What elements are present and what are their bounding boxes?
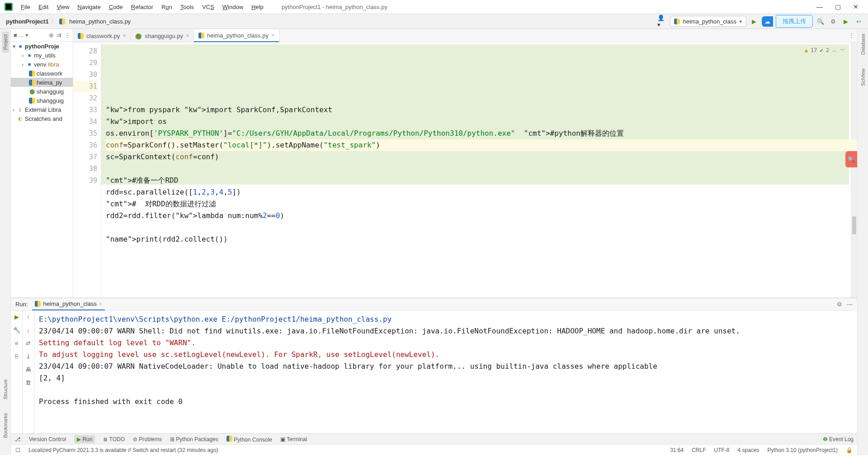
- editor-tabs: classwork.py× ⬤shangguigu.py× heima_pyth…: [73, 29, 857, 43]
- tab-python-console[interactable]: Python Console: [226, 436, 272, 443]
- close-button[interactable]: ✕: [852, 3, 860, 10]
- menu-file[interactable]: File: [17, 2, 34, 12]
- status-indent[interactable]: 4 spaces: [738, 447, 760, 453]
- tab-heima[interactable]: heima_python_class.py×: [194, 29, 279, 42]
- tool-bookmarks-tab[interactable]: Bookmarks: [3, 413, 8, 438]
- locate-icon[interactable]: ⊕: [49, 32, 54, 38]
- trash-icon[interactable]: 🗑: [25, 379, 31, 386]
- app-icon: [5, 3, 13, 11]
- breadcrumb-sep-icon: 〉: [50, 17, 58, 25]
- status-interpreter[interactable]: Python 3.10 (pythonProject1): [768, 447, 838, 453]
- project-toolbar: ■ ... ▾ ⊕ ⇉ ⋮: [11, 29, 73, 42]
- project-tree[interactable]: ▾■pythonProje ›■my_utils ›■venv libra cl…: [11, 42, 73, 298]
- status-toggle-icon[interactable]: ☐: [15, 447, 20, 453]
- rerun-button[interactable]: ▶: [14, 314, 19, 320]
- tool-sciview-tab[interactable]: SciView: [860, 68, 866, 86]
- editor-gutter: 282930313233343536373839: [73, 43, 101, 298]
- chevron-down-icon[interactable]: ﹀: [840, 44, 845, 56]
- tab-todo[interactable]: ≣ TODO: [103, 436, 125, 442]
- cloud-upload-icon[interactable]: ☁: [762, 16, 773, 27]
- soft-wrap-icon[interactable]: ⇄: [26, 340, 31, 347]
- menu-edit[interactable]: Edit: [35, 2, 52, 12]
- close-icon[interactable]: ×: [99, 301, 102, 307]
- hide-panel-icon[interactable]: —: [847, 301, 853, 308]
- run-anything-icon[interactable]: ▶: [841, 16, 851, 26]
- menu-tools[interactable]: Tools: [177, 2, 198, 12]
- python-file-icon: [198, 33, 204, 38]
- add-user-icon[interactable]: 👤▾: [657, 16, 667, 26]
- down-icon[interactable]: ↓: [27, 327, 30, 333]
- git-icon[interactable]: ⎇: [14, 436, 21, 442]
- menu-refactor[interactable]: Refactor: [127, 2, 157, 12]
- tab-run[interactable]: ▶ Run: [74, 435, 95, 443]
- menu-code[interactable]: Code: [105, 2, 127, 12]
- run-actions-primary: ▶ 🔧 ■ ⎘: [11, 311, 23, 433]
- minimize-button[interactable]: —: [816, 3, 824, 10]
- left-tool-strip: Project Structure Bookmarks: [0, 29, 11, 455]
- maximize-button[interactable]: ▢: [834, 3, 842, 10]
- collapse-icon[interactable]: ⋮: [64, 32, 70, 38]
- scroll-end-icon[interactable]: ⤓: [26, 353, 31, 360]
- close-icon[interactable]: ×: [186, 33, 189, 39]
- python-file-icon: [674, 19, 680, 24]
- chevron-down-icon: ▾: [739, 18, 742, 25]
- menu-vcs[interactable]: VCS: [198, 2, 218, 12]
- tool-project-tab[interactable]: Project: [2, 32, 9, 52]
- code-text[interactable]: ▲17 ✔2 ︿ ﹀ "kw">from pyspark "kw">import…: [101, 43, 857, 298]
- menu-run[interactable]: Run: [158, 2, 176, 12]
- tab-shangguigu[interactable]: ⬤shangguigu.py×: [131, 29, 194, 42]
- stop-button[interactable]: ■: [15, 340, 19, 347]
- event-log-tab[interactable]: ❶ Event Log: [823, 436, 854, 442]
- tool-structure-tab[interactable]: Structure: [3, 379, 8, 399]
- status-caret[interactable]: 31:64: [670, 447, 684, 453]
- python-file-icon: [35, 301, 41, 307]
- breadcrumb-file[interactable]: heima_python_class.py: [58, 18, 132, 25]
- menu-bar: File Edit View Navigate Code Refactor Ru…: [17, 2, 267, 12]
- status-eol[interactable]: CRLF: [692, 447, 706, 453]
- status-message[interactable]: Localized PyCharm 2021.3.3 is available …: [28, 447, 218, 453]
- inspection-widget[interactable]: ▲17 ✔2 ︿ ﹀: [805, 44, 845, 56]
- run-button[interactable]: ▶: [749, 16, 759, 26]
- tabs-more-icon[interactable]: ⋮: [849, 32, 854, 38]
- menu-view[interactable]: View: [53, 2, 73, 12]
- run-config-selector[interactable]: heima_python_class ▾: [670, 16, 746, 27]
- status-encoding[interactable]: UTF-8: [714, 447, 730, 453]
- menu-navigate[interactable]: Navigate: [74, 2, 104, 12]
- breadcrumb-project[interactable]: pythonProject1: [5, 18, 50, 25]
- project-panel: ■ ... ▾ ⊕ ⇉ ⋮ ▾■pythonProje ›■my_utils ›…: [11, 29, 73, 298]
- gear-icon[interactable]: ⚙: [828, 16, 838, 26]
- bottom-tools: ⎇Version Control ▶ Run ≣ TODO ⊘ Problems…: [11, 433, 857, 444]
- tab-version-control[interactable]: Version Control: [29, 436, 66, 442]
- search-icon[interactable]: 🔍: [816, 16, 826, 26]
- close-icon[interactable]: ×: [271, 32, 274, 38]
- tool-database-tab[interactable]: Database: [860, 33, 866, 55]
- title-bar: File Edit View Navigate Code Refactor Ru…: [0, 0, 868, 14]
- search-slider-icon[interactable]: 🔍: [845, 151, 857, 167]
- nav-bar: pythonProject1 〉 heima_python_class.py 👤…: [0, 14, 868, 29]
- tab-problems[interactable]: ⊘ Problems: [133, 436, 162, 442]
- chevron-up-icon[interactable]: ︿: [832, 44, 837, 56]
- run-actions-secondary: ↑ ↓ ⇄ ⤓ 🖶 🗑: [23, 311, 34, 433]
- gear-icon[interactable]: ⚙: [837, 301, 842, 308]
- run-console[interactable]: E:\pythonProject1\venv\Scripts\python.ex…: [34, 311, 857, 433]
- code-editor[interactable]: 282930313233343536373839 ▲17 ✔2 ︿ ﹀ "kw"…: [73, 43, 857, 298]
- attach-debug-icon[interactable]: 🔧: [13, 327, 20, 333]
- exit-icon[interactable]: ⎘: [15, 353, 19, 360]
- print-icon[interactable]: 🖶: [25, 366, 31, 373]
- menu-help[interactable]: Help: [248, 2, 267, 12]
- run-panel: Run: heima_python_class× ⚙ — ▶ 🔧 ■ ⎘ ↑ ↓…: [11, 298, 857, 433]
- up-icon[interactable]: ↑: [27, 314, 30, 320]
- expand-icon[interactable]: ⇉: [57, 32, 61, 38]
- return-icon[interactable]: ↩: [854, 16, 863, 26]
- tab-classwork[interactable]: classwork.py×: [73, 29, 131, 42]
- tab-terminal[interactable]: ▣ Terminal: [280, 436, 307, 442]
- menu-window[interactable]: Window: [219, 2, 247, 12]
- close-icon[interactable]: ×: [123, 33, 126, 39]
- typo-icon: ✔: [820, 44, 823, 56]
- editor-area: classwork.py× ⬤shangguigu.py× heima_pyth…: [73, 29, 857, 298]
- lock-icon[interactable]: 🔒: [846, 447, 853, 453]
- tab-python-packages[interactable]: ⊞ Python Packages: [170, 436, 218, 442]
- run-tab[interactable]: heima_python_class×: [32, 299, 105, 310]
- project-view-select[interactable]: ■ ... ▾: [14, 32, 28, 38]
- upload-button[interactable]: 拖拽上传: [776, 15, 813, 28]
